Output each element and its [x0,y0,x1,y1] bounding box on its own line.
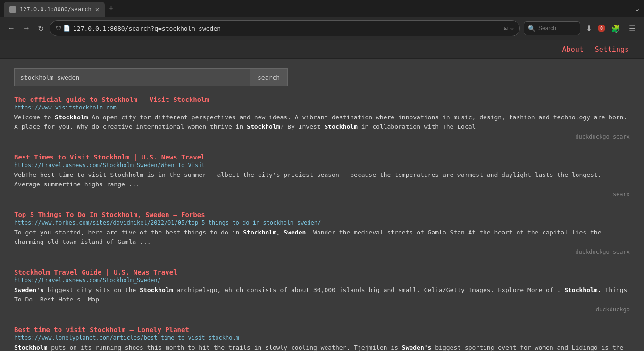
active-tab[interactable]: 127.0.0.1:8080/search ✕ [4,2,105,17]
reader-icon[interactable]: ⊡ [504,25,508,32]
result-sources: searx [14,191,630,198]
tab-list-button[interactable]: ⌄ [634,4,640,13]
new-tab-button[interactable]: + [105,1,117,16]
tab-bar: 127.0.0.1:8080/search ✕ + ⌄ [0,0,644,17]
shield-icon: 🛡 [56,25,61,32]
source-tag[interactable]: searx [613,191,630,198]
result-sources: duckduckgo searx [14,248,630,255]
result-item: Best Times to Visit Stockholm | U.S. New… [14,153,630,198]
extensions-button[interactable]: 🧩 [608,22,623,35]
address-bar-row: ← → ↻ 🛡 📄 ⊡ ☆ 🔍 ⬇ 0 🧩 ☰ [0,17,644,40]
toolbar-search-input[interactable] [538,25,576,32]
result-item: Stockholm Travel Guide | U.S. News Trave… [14,268,630,313]
result-url: https://www.lonelyplanet.com/articles/be… [14,334,630,341]
search-input[interactable] [14,68,250,86]
result-item: Best time to visit Stockholm – Lonely Pl… [14,326,630,351]
source-tag[interactable]: searx [613,249,630,255]
address-icons: 🛡 📄 [56,25,70,32]
result-sources: duckduckgo [14,306,630,313]
result-snippet: Sweden's biggest city sits on the Stockh… [14,285,630,304]
result-url: https://www.forbes.com/sites/davidnikel/… [14,219,630,226]
result-snippet: Welcome to Stockholm An open city for di… [14,113,630,131]
menu-button[interactable]: ☰ [626,22,638,35]
result-url: https://www.visitstockholm.com [14,104,630,111]
browser-chrome: 127.0.0.1:8080/search ✕ + ⌄ ← → ↻ 🛡 📄 ⊡ … [0,0,644,40]
source-tag[interactable]: duckduckgo [575,249,612,255]
result-item: The official guide to Stockholm – Visit … [14,96,630,140]
search-icon: 🔍 [528,25,535,32]
toolbar-right: 🔍 ⬇ 0 🧩 ☰ [524,21,638,35]
download-button[interactable]: ⬇ [583,22,595,35]
source-tag[interactable]: searx [613,134,630,140]
back-button[interactable]: ← [6,22,17,34]
result-title[interactable]: Stockholm Travel Guide | U.S. News Trave… [14,268,630,276]
address-bar[interactable]: 🛡 📄 ⊡ ☆ [50,20,520,36]
source-tag[interactable]: duckduckgo [575,134,612,140]
search-form: search [14,68,630,86]
result-item: Top 5 Things To Do In Stockholm, Sweden … [14,211,630,255]
result-url: https://travel.usnews.com/Stockholm_Swed… [14,162,630,168]
about-link[interactable]: About [557,45,589,54]
source-tag[interactable]: duckduckgo [596,306,630,313]
result-url: https://travel.usnews.com/Stockholm_Swed… [14,277,630,284]
settings-link[interactable]: Settings [589,45,635,54]
bookmark-icon[interactable]: ☆ [510,25,514,32]
app-navbar: About Settings [0,40,644,59]
page-content: search The official guide to Stockholm –… [0,59,644,351]
search-results: The official guide to Stockholm – Visit … [14,96,630,351]
toolbar-search-box[interactable]: 🔍 [524,21,580,35]
result-title[interactable]: The official guide to Stockholm – Visit … [14,96,630,103]
tab-favicon [9,6,16,13]
tab-close-button[interactable]: ✕ [95,6,99,13]
result-snippet: Stockholm puts on its running shoes this… [14,343,630,351]
url-input[interactable] [73,25,502,32]
tab-title: 127.0.0.1:8080/search [20,6,92,13]
page-icon: 📄 [63,25,70,32]
search-button[interactable]: search [250,68,288,86]
refresh-button[interactable]: ↻ [36,22,46,35]
result-snippet: To get you started, here are five of the… [14,228,630,246]
result-snippet: WebThe best time to visit Stockholm is i… [14,170,630,189]
result-title[interactable]: Top 5 Things To Do In Stockholm, Sweden … [14,211,630,218]
forward-button[interactable]: → [21,22,32,34]
result-title[interactable]: Best Times to Visit Stockholm | U.S. New… [14,153,630,161]
result-sources: duckduckgo searx [14,133,630,140]
result-title[interactable]: Best time to visit Stockholm – Lonely Pl… [14,326,630,334]
ublock-badge[interactable]: 0 [598,25,605,32]
